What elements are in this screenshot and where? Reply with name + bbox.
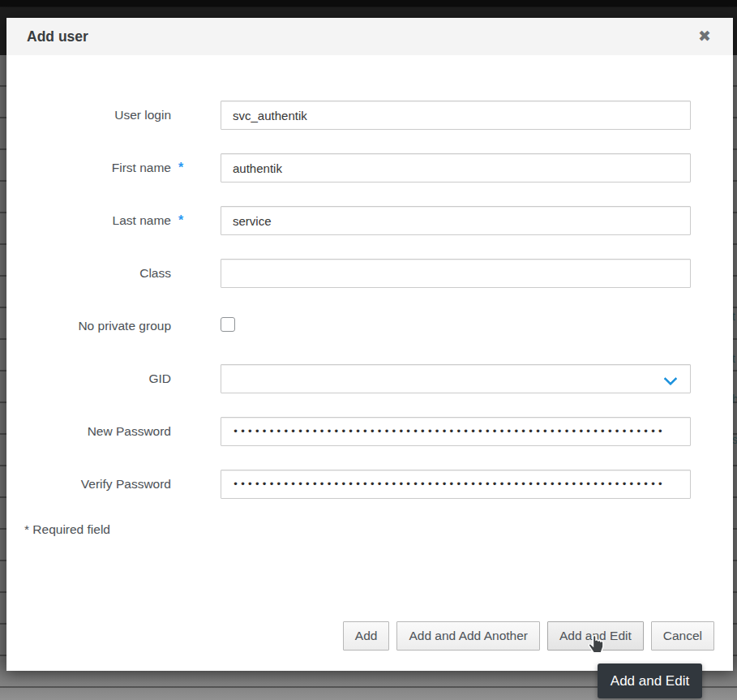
cancel-button[interactable]: Cancel [651,621,714,651]
no-private-group-label: No private group [24,319,171,333]
required-field-note: * Required field [24,522,733,537]
first-name-label: First name [24,161,171,175]
tooltip-text: Add and Edit [611,673,689,689]
verify-password-label: Verify Password [24,477,171,492]
gid-label: GID [24,371,171,386]
form-row-gid: GID [24,364,733,393]
form-row-verify-password: Verify Password [24,470,733,499]
add-and-edit-button[interactable]: Add and Edit [547,621,644,651]
first-name-input[interactable] [221,153,691,183]
dialog-footer: Add Add and Add Another Add and Edit Can… [343,621,714,651]
form-row-last-name: Last name * [24,206,733,235]
dialog-body: User login First name * Last name * Clas… [6,55,733,537]
form-row-user-login: User login [24,101,733,130]
dialog-title: Add user [27,28,88,45]
close-icon[interactable]: ✖ [698,25,711,48]
user-login-input[interactable] [221,101,691,130]
chevron-down-icon [664,372,678,386]
class-label: Class [24,266,171,281]
last-name-label: Last name [24,213,171,228]
form-row-no-private-group: No private group [24,311,733,341]
verify-password-input[interactable] [221,470,691,499]
no-private-group-checkbox[interactable] [221,317,235,332]
new-password-input[interactable] [221,417,691,446]
dialog-header: Add user ✖ [6,18,733,55]
add-user-dialog: Add user ✖ User login First name * Last … [6,18,733,671]
form-row-first-name: First name * [24,153,733,183]
add-and-add-another-button[interactable]: Add and Add Another [396,621,540,651]
required-asterisk: * [178,161,183,174]
user-login-label: User login [24,108,171,122]
new-password-label: New Password [24,424,171,439]
tooltip: Add and Edit [598,663,702,698]
last-name-input[interactable] [221,206,691,235]
class-input[interactable] [221,259,691,288]
form-row-new-password: New Password [24,417,733,446]
required-asterisk: * [178,213,183,227]
form-row-class: Class [24,259,733,288]
gid-select[interactable] [221,364,691,393]
add-button[interactable]: Add [343,621,390,651]
